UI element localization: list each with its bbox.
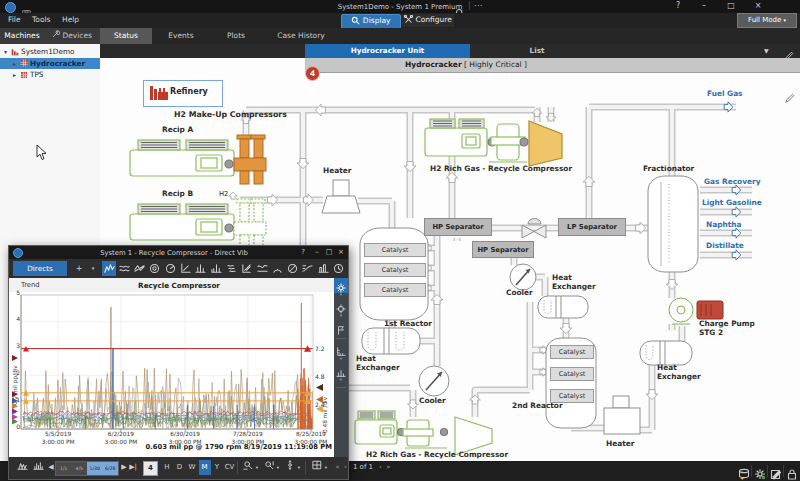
last-page-button[interactable]: » <box>385 460 392 475</box>
plot-window[interactable]: System 1 - Recycle Compressor - Direct V… <box>8 245 349 480</box>
tab-overflow-icon[interactable]: ▼ <box>764 47 769 54</box>
cascade-plot-icon[interactable] <box>224 261 238 276</box>
amplitude-scale-icon[interactable] <box>334 363 348 378</box>
trend-plot-area[interactable]: 5432107.24.82.4-2.45/5/20193:00:00 PM6/2… <box>9 292 334 459</box>
rpm-profile-plot-icon[interactable] <box>301 261 315 276</box>
slider-segment[interactable]: 6/28 <box>103 462 119 475</box>
menu-file[interactable]: File <box>8 15 21 24</box>
chevron-down-icon[interactable]: ▾ <box>275 460 281 475</box>
maximize-button[interactable]: □ <box>323 248 335 256</box>
tree-item-tps[interactable]: ▸TPS <box>0 69 100 80</box>
more-options-icon[interactable]: ⋯ <box>474 1 482 10</box>
plot-window-title: System 1 - Recycle Compressor - Direct V… <box>49 249 299 257</box>
zoom-y-icon[interactable] <box>262 460 276 475</box>
range-button-cv[interactable]: CV <box>224 460 236 475</box>
overlaid-trend-plot-icon[interactable] <box>133 261 147 276</box>
trend-plot-icon[interactable] <box>102 261 116 276</box>
add-plot-button[interactable]: + <box>72 261 86 276</box>
add-plot-caret[interactable]: ▾ <box>86 261 100 276</box>
slider-segment[interactable]: 1/30 <box>87 462 103 475</box>
plot-header-row: Trend Recycle Compressor <box>9 278 348 293</box>
filter-database-icon[interactable] <box>738 465 751 478</box>
page-indicator: 1 of 1 <box>350 460 376 475</box>
bode-plot-icon[interactable] <box>255 261 269 276</box>
display-button[interactable]: Display <box>341 14 401 29</box>
tab-machines[interactable]: Machines <box>0 28 44 44</box>
annotation-icon[interactable] <box>334 320 348 335</box>
tree-item-hydrocracker[interactable]: ▸Hydrocracker <box>0 58 100 69</box>
slider-segment[interactable]: 4/5 <box>72 462 88 475</box>
shaft-centerline-plot-icon[interactable] <box>270 261 284 276</box>
chevron-down-icon[interactable]: ▾ <box>323 460 329 475</box>
tab-devices[interactable]: Devices <box>44 28 100 44</box>
bar-graph-plot-icon[interactable] <box>316 261 330 276</box>
range-button-d[interactable]: D <box>174 460 186 475</box>
expand-arrow[interactable]: ▸ <box>13 69 16 80</box>
spectrum-plot-icon[interactable] <box>194 261 208 276</box>
next-page-button[interactable]: › <box>377 460 384 475</box>
close-button[interactable]: × <box>335 248 347 256</box>
timebase-plot-icon[interactable] <box>332 261 346 276</box>
prev-page-button[interactable]: ‹ <box>342 460 349 475</box>
x-axis-tick: 6/2/20193:00:00 PM <box>99 431 143 446</box>
cursor-settings-icon[interactable] <box>334 278 348 293</box>
close-button[interactable]: × <box>752 1 764 10</box>
waterfall-plot-icon[interactable] <box>240 261 254 276</box>
subtab-list[interactable]: List <box>472 44 602 58</box>
minimize-button[interactable]: – <box>698 1 710 10</box>
lock-icon[interactable] <box>786 465 799 478</box>
multi-trend-plot-icon[interactable] <box>117 261 131 276</box>
separator <box>336 338 346 339</box>
chevron-down-icon[interactable]: ▾ <box>334 378 348 384</box>
slider-segment[interactable]: 1/1 <box>56 462 72 475</box>
edit-notes-icon[interactable] <box>770 465 783 478</box>
expand-arrow[interactable]: ▾ <box>4 46 7 57</box>
maximize-button[interactable]: □ <box>725 1 737 10</box>
polar-plot-icon[interactable] <box>163 261 177 276</box>
waterfall-wide-icon[interactable] <box>31 460 45 475</box>
tab-plots[interactable]: Plots <box>210 28 262 44</box>
edit-display-icon[interactable] <box>784 89 795 108</box>
range-button-y[interactable]: Y <box>211 460 223 475</box>
tab-events[interactable]: Events <box>152 28 210 44</box>
chevron-down-icon[interactable]: ▾ <box>296 460 302 475</box>
tree-item-system1demo[interactable]: ▾System1Demo <box>0 46 100 57</box>
help-button[interactable]: ? <box>672 1 684 10</box>
range-button-m[interactable]: M <box>199 460 211 475</box>
layout-grid-icon[interactable] <box>310 460 324 475</box>
configure-button[interactable]: Configure <box>402 14 454 27</box>
help-button[interactable]: ? <box>297 248 309 256</box>
magnifier-icon <box>351 16 360 25</box>
alarm-count-badge[interactable]: 4 <box>306 67 319 80</box>
full-spectrum-plot-icon[interactable] <box>209 261 223 276</box>
menu-tools[interactable]: Tools <box>32 15 50 24</box>
step-back-button[interactable]: ◀ <box>47 460 55 475</box>
compressor-map-plot-icon[interactable] <box>286 261 300 276</box>
waterfall-compact-icon[interactable] <box>15 460 29 475</box>
tab-status[interactable]: Status <box>100 28 152 44</box>
date-range-slider[interactable]: 1/14/51/306/28 <box>55 461 119 476</box>
menubar: FileToolsHelp Display Configure Full Mod… <box>0 13 800 28</box>
range-button-h[interactable]: H <box>161 460 173 475</box>
orbit-plot-icon[interactable] <box>148 261 162 276</box>
refinery-node[interactable] <box>143 80 223 107</box>
sample-count-box[interactable]: 4 <box>143 461 158 476</box>
zoom-x-icon[interactable] <box>241 460 255 475</box>
end-button[interactable]: ▶| <box>128 460 138 475</box>
pan-icon[interactable] <box>283 460 297 475</box>
chevron-down-icon[interactable]: ▾ <box>254 460 260 475</box>
service-settings-icon[interactable] <box>754 465 767 478</box>
expand-arrow[interactable]: ▸ <box>13 58 16 69</box>
separator <box>767 465 768 477</box>
plot-group-dropdown[interactable]: Directs <box>13 261 67 276</box>
mode-dropdown[interactable]: Full Mode ▾ <box>737 13 797 28</box>
xy-plot-icon[interactable] <box>179 261 193 276</box>
crosshair-cursor-icon[interactable] <box>334 299 348 314</box>
minimize-button[interactable]: – <box>311 248 323 256</box>
tab-case-history[interactable]: Case History <box>262 28 340 44</box>
menu-help[interactable]: Help <box>62 15 79 24</box>
range-button-w[interactable]: W <box>186 460 198 475</box>
axis-scale-icon[interactable] <box>334 342 348 357</box>
first-page-button[interactable]: « <box>334 460 341 475</box>
subtab-hydrocracker-unit[interactable]: Hydrocracker Unit <box>305 44 470 58</box>
